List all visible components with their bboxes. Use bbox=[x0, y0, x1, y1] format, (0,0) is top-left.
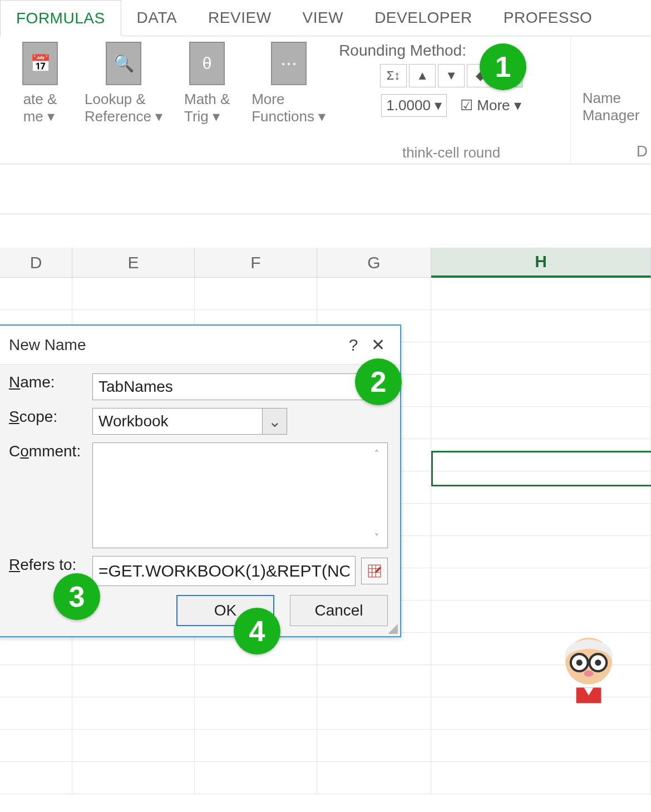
refers-label: Refers to: bbox=[9, 556, 92, 574]
date-time-button[interactable]: 📅 ate & me ▾ bbox=[7, 42, 73, 125]
tab-developer[interactable]: DEVELOPER bbox=[359, 0, 488, 36]
math-label: Math & Trig ▾ bbox=[184, 91, 230, 125]
ribbon-tabs: FORMULAS DATA REVIEW VIEW DEVELOPER PROF… bbox=[0, 0, 651, 36]
cancel-button[interactable]: Cancel bbox=[290, 595, 388, 626]
scope-select[interactable]: Workbook ⌄ bbox=[92, 408, 287, 435]
comment-textarea[interactable]: ˄ ˅ bbox=[92, 442, 388, 548]
dialog-titlebar[interactable]: New Name ? ✕ bbox=[0, 326, 400, 365]
math-button[interactable]: θ Math & Trig ▾ bbox=[174, 42, 240, 125]
rounding-method-label: Rounding Method: bbox=[339, 42, 466, 60]
chevron-down-icon: ⌄ bbox=[262, 409, 287, 434]
refers-input[interactable] bbox=[92, 556, 356, 586]
column-headers: D E F G H bbox=[0, 248, 651, 278]
help-icon[interactable]: ? bbox=[341, 336, 366, 355]
formula-bar[interactable] bbox=[0, 164, 651, 214]
spreadsheet-icon bbox=[367, 564, 382, 578]
lookup-button[interactable]: 🔍 Lookup & Reference ▾ bbox=[85, 42, 162, 125]
scope-label: Scope: bbox=[9, 408, 92, 426]
active-cell[interactable] bbox=[431, 451, 651, 486]
col-d[interactable]: D bbox=[0, 248, 72, 278]
rounding-more-button[interactable]: ☑ More ▾ bbox=[460, 97, 521, 114]
scroll-up-icon[interactable]: ˄ bbox=[369, 446, 384, 461]
badge-3: 3 bbox=[53, 573, 100, 620]
more-functions-button[interactable]: ⋯ More Functions ▾ bbox=[251, 42, 326, 125]
resize-grip[interactable] bbox=[388, 624, 398, 634]
badge-1: 1 bbox=[480, 43, 526, 90]
ellipsis-icon: ⋯ bbox=[271, 42, 307, 85]
badge-4: 4 bbox=[234, 608, 280, 654]
partial-d-label: D bbox=[637, 142, 648, 160]
svg-rect-0 bbox=[368, 565, 381, 577]
close-icon[interactable]: ✕ bbox=[366, 335, 390, 355]
more-check-icon: ☑ bbox=[460, 97, 473, 114]
badge-2: 2 bbox=[355, 358, 402, 405]
tab-view[interactable]: VIEW bbox=[287, 0, 359, 36]
round-up-icon[interactable]: ▲ bbox=[409, 64, 436, 87]
col-f[interactable]: F bbox=[195, 248, 317, 278]
svg-point-4 bbox=[576, 660, 583, 666]
comment-label: Comment: bbox=[9, 442, 92, 460]
col-g[interactable]: G bbox=[317, 248, 431, 278]
dialog-title-text: New Name bbox=[9, 336, 86, 354]
range-picker-button[interactable] bbox=[361, 558, 388, 584]
name-manager-label: Name Manager bbox=[583, 90, 640, 124]
svg-point-5 bbox=[595, 660, 601, 666]
tab-data[interactable]: DATA bbox=[121, 0, 193, 36]
professor-avatar bbox=[550, 628, 628, 706]
rounding-value[interactable]: 1.0000 ▾ bbox=[381, 94, 447, 117]
tab-professor[interactable]: PROFESSO bbox=[488, 0, 608, 36]
calendar-icon: 📅 bbox=[22, 42, 58, 85]
scope-value: Workbook bbox=[98, 412, 169, 430]
search-icon: 🔍 bbox=[106, 42, 141, 85]
more-functions-label: More Functions ▾ bbox=[251, 91, 326, 125]
scroll-down-icon[interactable]: ˅ bbox=[369, 530, 384, 544]
round-sum-icon[interactable]: Σ↕ bbox=[380, 64, 407, 87]
theta-icon: θ bbox=[189, 42, 225, 85]
thinkcell-group: Rounding Method: Σ↕ ▲ ▼ ◆ ✖ 1.0000 ▾ ☑ M… bbox=[332, 36, 571, 164]
col-e[interactable]: E bbox=[72, 248, 195, 278]
name-label: Name: bbox=[9, 373, 92, 391]
thinkcell-caption: think-cell round bbox=[402, 141, 500, 161]
ribbon-body: 📅 ate & me ▾ 🔍 Lookup & Reference ▾ θ Ma… bbox=[0, 36, 651, 164]
name-input[interactable] bbox=[92, 373, 388, 400]
date-time-label: ate & me ▾ bbox=[23, 91, 57, 125]
lookup-label: Lookup & Reference ▾ bbox=[85, 91, 162, 125]
round-down-icon[interactable]: ▼ bbox=[438, 64, 465, 87]
tab-review[interactable]: REVIEW bbox=[193, 0, 287, 36]
svg-point-6 bbox=[584, 671, 594, 677]
tab-formulas[interactable]: FORMULAS bbox=[0, 0, 121, 36]
name-manager-button[interactable]: Name Manager bbox=[578, 42, 644, 124]
col-h-active[interactable]: H bbox=[431, 248, 651, 278]
